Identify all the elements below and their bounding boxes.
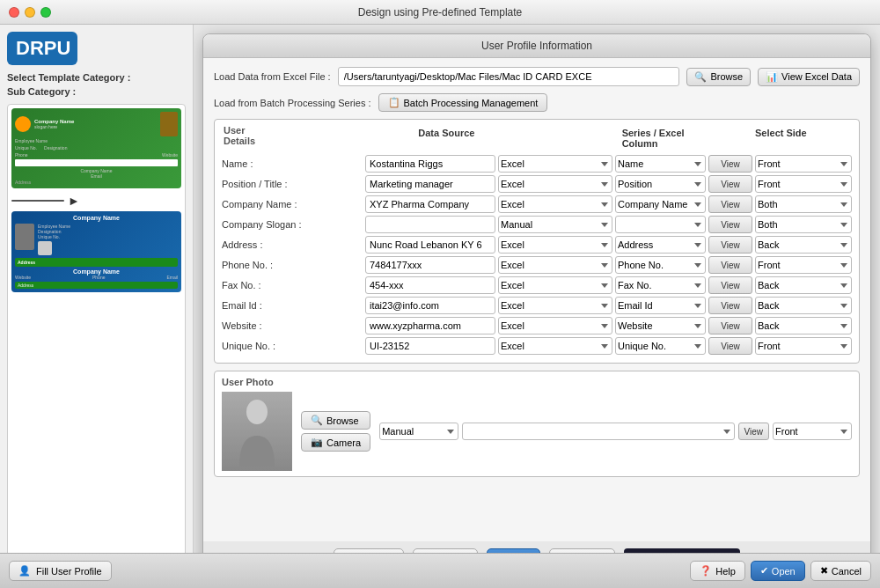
field-column-select-8[interactable]: Website — [615, 317, 706, 334]
minimize-window-button[interactable] — [25, 7, 35, 18]
field-view-button-2[interactable]: View — [708, 195, 752, 213]
open-button[interactable]: ✔ Open — [751, 561, 805, 581]
field-value-input-5[interactable] — [365, 256, 495, 274]
field-source-select-1[interactable]: ExcelManual — [498, 175, 612, 193]
main-content: User Profile Information Load Data from … — [194, 25, 880, 588]
field-label-9: Unique No. : — [222, 341, 363, 351]
browse-excel-button[interactable]: 🔍 Browse — [686, 68, 751, 86]
field-label-5: Phone No. : — [222, 260, 363, 270]
field-column-select-2[interactable]: Company Name — [615, 195, 706, 213]
drpu-logo: DRPU — [7, 32, 77, 65]
user-details-title: User Details — [222, 125, 275, 146]
field-side-select-4[interactable]: FrontBackBoth — [755, 236, 852, 254]
close-window-button[interactable] — [9, 7, 19, 18]
field-side-select-1[interactable]: FrontBackBoth — [755, 175, 852, 193]
field-side-select-8[interactable]: FrontBackBoth — [755, 317, 852, 334]
maximize-window-button[interactable] — [40, 7, 51, 18]
field-column-select-5[interactable]: Phone No. — [615, 256, 706, 274]
col-header-side: Select Side — [755, 128, 852, 149]
bottom-help-button[interactable]: ❓ Help — [690, 561, 745, 581]
field-source-select-2[interactable]: ExcelManual — [498, 195, 612, 213]
field-side-select-9[interactable]: FrontBackBoth — [755, 337, 852, 355]
card-template-1[interactable]: Company Name slogan here Employee Name U… — [11, 108, 181, 188]
photo-source-select[interactable]: Manual Excel — [379, 423, 458, 440]
svg-point-0 — [246, 400, 268, 424]
field-side-select-6[interactable]: FrontBackBoth — [755, 276, 852, 294]
field-column-select-6[interactable]: Fax No. — [615, 276, 706, 294]
field-source-select-5[interactable]: ExcelManual — [498, 256, 612, 274]
table-row: Company Name :ExcelManualCompany NameVie… — [222, 195, 852, 213]
field-label-0: Name : — [222, 158, 363, 169]
field-view-button-5[interactable]: View — [708, 256, 752, 274]
user-photo-preview — [222, 392, 292, 471]
field-source-select-9[interactable]: ExcelManual — [498, 337, 612, 355]
field-source-select-6[interactable]: ExcelManual — [498, 276, 612, 294]
load-excel-label: Load Data from Excel File : — [214, 71, 331, 82]
field-side-select-7[interactable]: FrontBackBoth — [755, 297, 852, 314]
dialog-title: User Profile Information — [203, 34, 870, 58]
field-view-button-4[interactable]: View — [708, 236, 752, 254]
batch-icon: 📋 — [388, 97, 400, 108]
field-value-input-3[interactable] — [365, 216, 495, 233]
field-source-select-3[interactable]: ExcelManual — [498, 216, 612, 233]
card-template-2[interactable]: Company Name Employee Name Designation U… — [11, 211, 181, 292]
window-controls — [9, 7, 51, 18]
field-side-select-5[interactable]: FrontBackBoth — [755, 256, 852, 274]
field-view-button-9[interactable]: View — [708, 337, 752, 355]
photo-view-button[interactable]: View — [738, 423, 770, 440]
field-column-select-7[interactable]: Email Id — [615, 297, 706, 314]
field-value-input-9[interactable] — [365, 337, 495, 355]
x-icon: ✖ — [820, 565, 828, 577]
photo-section-title: User Photo — [222, 377, 852, 387]
field-value-input-2[interactable] — [365, 195, 495, 213]
camera-button[interactable]: 📷 Camera — [301, 433, 370, 452]
field-value-input-7[interactable] — [365, 297, 495, 314]
field-column-select-3[interactable] — [615, 216, 706, 233]
field-value-input-6[interactable] — [365, 276, 495, 294]
col-header-series: Series / Excel Column — [622, 128, 706, 149]
field-column-select-9[interactable]: Unique No. — [615, 337, 706, 355]
field-view-button-8[interactable]: View — [708, 317, 752, 334]
user-profile-dialog: User Profile Information Load Data from … — [202, 33, 871, 579]
data-rows-container: Name :ExcelManualNameViewFrontBackBothPo… — [222, 155, 852, 355]
field-value-input-0[interactable] — [365, 155, 495, 173]
table-row: Company Slogan :ExcelManualViewFrontBack… — [222, 216, 852, 233]
field-source-select-7[interactable]: ExcelManual — [498, 297, 612, 314]
cancel-button[interactable]: ✖ Cancel — [810, 561, 871, 581]
table-row: Phone No. :ExcelManualPhone No.ViewFront… — [222, 256, 852, 274]
browse-photo-button[interactable]: 🔍 Browse — [301, 411, 370, 430]
excel-path-input[interactable] — [338, 67, 680, 86]
field-column-select-4[interactable]: Address — [615, 236, 706, 254]
photo-side-select[interactable]: Front Back Both — [773, 423, 852, 440]
field-column-select-0[interactable]: Name — [615, 155, 706, 173]
table-row: Name :ExcelManualNameViewFrontBackBoth — [222, 155, 852, 173]
field-view-button-0[interactable]: View — [708, 155, 752, 173]
photo-column-select[interactable] — [462, 423, 734, 440]
select-template-label: Select Template Category : — [7, 72, 186, 83]
field-view-button-3[interactable]: View — [708, 216, 752, 233]
batch-processing-button[interactable]: 📋 Batch Processing Management — [378, 93, 548, 112]
photo-inner: 🔍 Browse 📷 Camera Manual — [222, 392, 852, 471]
field-value-input-1[interactable] — [365, 175, 495, 193]
table-row: Position / Title :ExcelManualPositionVie… — [222, 175, 852, 193]
field-side-select-2[interactable]: FrontBackBoth — [755, 195, 852, 213]
view-excel-button[interactable]: 📊 View Excel Data — [758, 68, 860, 86]
field-side-select-3[interactable]: FrontBackBoth — [755, 216, 852, 233]
field-label-6: Fax No. : — [222, 280, 363, 290]
camera-icon: 📷 — [311, 437, 323, 448]
table-row: Address :ExcelManualAddressViewFrontBack… — [222, 236, 852, 254]
sub-category-label: Sub Category : — [7, 86, 186, 97]
field-view-button-7[interactable]: View — [708, 297, 752, 314]
field-side-select-0[interactable]: FrontBackBoth — [755, 155, 852, 173]
field-value-input-8[interactable] — [365, 317, 495, 334]
field-value-input-4[interactable] — [365, 236, 495, 254]
field-view-button-6[interactable]: View — [708, 276, 752, 294]
field-source-select-8[interactable]: ExcelManual — [498, 317, 612, 334]
table-row: Website :ExcelManualWebsiteViewFrontBack… — [222, 317, 852, 334]
field-source-select-0[interactable]: ExcelManual — [498, 155, 612, 173]
field-view-button-1[interactable]: View — [708, 175, 752, 193]
table-row: Unique No. :ExcelManualUnique No.ViewFro… — [222, 337, 852, 355]
field-column-select-1[interactable]: Position — [615, 175, 706, 193]
sidebar: DRPU Select Template Category : Sub Cate… — [0, 25, 194, 588]
field-source-select-4[interactable]: ExcelManual — [498, 236, 612, 254]
